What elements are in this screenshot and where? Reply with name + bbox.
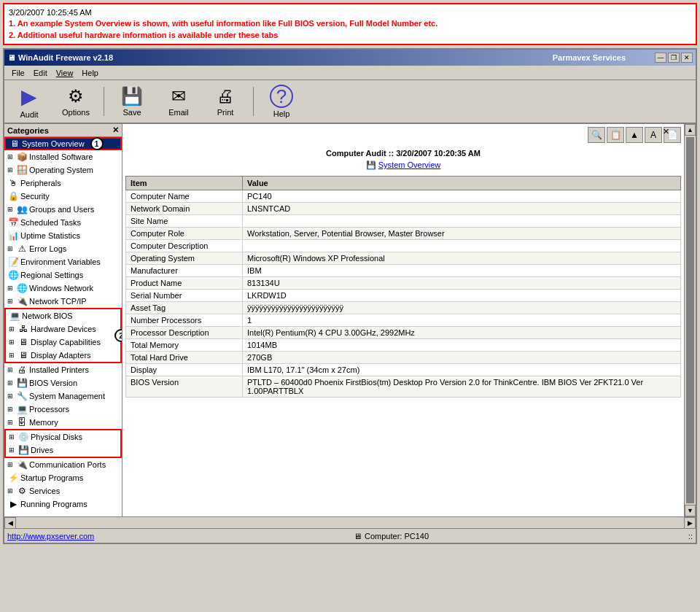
sidebar-item-security[interactable]: 🔒 Security <box>4 190 122 203</box>
bios-ver-icon: 💾 <box>16 378 28 388</box>
sidebar-item-label: Services <box>29 487 60 495</box>
expand-icon: ⊞ <box>7 298 15 305</box>
menu-help[interactable]: Help <box>77 68 103 78</box>
sidebar-item-installed-printers[interactable]: ⊞ 🖨 Installed Printers <box>4 363 122 376</box>
sidebar-item-windows-network[interactable]: ⊞ 🌐 Windows Network <box>4 282 122 295</box>
sidebar-item-label: BIOS Version <box>29 379 77 387</box>
sidebar-item-communication-ports[interactable]: ⊞ 🔌 Communication Ports <box>4 458 122 471</box>
table-cell-value: Workstation, Server, Potential Browser, … <box>243 228 681 240</box>
toolbar: ▶ Audit ⚙ Options 💾 Save ✉ Email 🖨 Print… <box>4 80 696 124</box>
sidebar-item-physical-disks[interactable]: ⊞ 💿 Physical Disks <box>6 430 120 443</box>
display-adapt-icon: 🖥 <box>18 350 29 360</box>
expand-icon: ⊞ <box>7 153 15 160</box>
copy-button[interactable]: 📋 <box>607 127 624 143</box>
email-button[interactable]: ✉ Email <box>157 82 201 120</box>
section-title[interactable]: System Overview <box>378 160 441 169</box>
error-icon: ⚠ <box>16 244 28 254</box>
sidebar-item-hardware-devices[interactable]: ⊞ 🖧 Hardware Devices <box>6 322 120 336</box>
table-cell-item: Display <box>126 364 243 376</box>
status-link[interactable]: http://www.pxserver.com <box>7 532 94 541</box>
close-button[interactable]: ✕ <box>681 53 693 63</box>
content-toolbar: 🔍 📋 ▲ A 📄 <box>125 127 681 143</box>
restore-button[interactable]: ❐ <box>668 53 680 63</box>
badge-2: 2 <box>114 329 122 342</box>
audit-button[interactable]: ▶ Audit <box>7 82 51 120</box>
sysmanage-icon: 🔧 <box>16 391 28 401</box>
sidebar-close-icon[interactable]: ✕ <box>112 125 119 135</box>
table-cell-item: Network Domain <box>126 203 243 215</box>
sidebar-item-running-programs[interactable]: ▶ Running Programs <box>4 497 122 511</box>
expand-icon: ⊞ <box>7 487 15 495</box>
help-button[interactable]: ? Help <box>260 82 303 120</box>
options-button[interactable]: ⚙ Options <box>54 82 98 120</box>
status-bar: http://www.pxserver.com 🖥 Computer: PC14… <box>4 528 696 543</box>
print-icon: 🖨 <box>217 86 234 106</box>
expand-icon: ⊞ <box>9 433 16 441</box>
sidebar-item-bios-version[interactable]: ⊞ 💾 BIOS Version <box>4 376 122 390</box>
table-cell-item: Number Processors <box>126 314 243 327</box>
sidebar-item-regional-settings[interactable]: 🌐 Regional Settings <box>4 268 122 282</box>
content-close[interactable]: ✕ <box>663 127 669 136</box>
save-button[interactable]: 💾 Save <box>110 82 154 120</box>
sidebar-item-processors[interactable]: ⊞ 💻 Processors <box>4 403 122 416</box>
display-cap-icon: 🖥 <box>18 337 29 347</box>
sidebar-item-display-capabilities[interactable]: ⊞ 🖥 Display Capabilities <box>6 336 120 349</box>
table-cell-item: Serial Number <box>126 290 243 302</box>
installed-software-icon: 📦 <box>16 152 28 162</box>
hscroll-right-button[interactable]: ▶ <box>684 517 696 529</box>
sidebar-item-services[interactable]: ⊞ ⚙ Services <box>4 484 122 497</box>
sidebar-item-network-bios[interactable]: 💻 Network BIOS <box>6 309 120 322</box>
badge-1: 1 <box>90 137 104 150</box>
section-icon: 💾 <box>366 160 378 169</box>
table-cell-value <box>243 240 681 252</box>
col-value-header: Value <box>243 177 681 190</box>
table-cell-value: ÿÿÿÿÿÿÿÿÿÿÿÿÿÿÿÿÿÿÿÿÿÿÿÿ <box>243 302 681 314</box>
sidebar-item-installed-software[interactable]: ⊞ 📦 Installed Software <box>4 150 122 163</box>
os-icon: 🪟 <box>16 165 28 175</box>
cpu-icon: 💻 <box>16 404 28 414</box>
menu-view[interactable]: View <box>52 68 78 78</box>
sidebar-item-label: Environment Variables <box>20 257 101 266</box>
scroll-up-button[interactable]: ▲ <box>685 124 696 136</box>
table-row: Network DomainLNSNTCAD <box>126 203 681 215</box>
sidebar-item-startup-programs[interactable]: ⚡ Startup Programs <box>4 471 122 484</box>
section-title-row: 💾 System Overview <box>125 160 681 170</box>
print-button[interactable]: 🖨 Print <box>203 82 247 120</box>
table-cell-item: Computer Description <box>126 240 243 252</box>
sidebar-item-error-logs[interactable]: ⊞ ⚠ Error Logs <box>4 242 122 255</box>
menu-file[interactable]: File <box>7 68 29 78</box>
services-icon: ⚙ <box>16 486 28 496</box>
table-row: Asset Tagÿÿÿÿÿÿÿÿÿÿÿÿÿÿÿÿÿÿÿÿÿÿÿÿ <box>126 302 681 314</box>
startup-icon: ⚡ <box>7 473 19 483</box>
sidebar-item-environment-variables[interactable]: 📝 Environment Variables <box>4 255 122 268</box>
sidebar-item-system-management[interactable]: ⊞ 🔧 System Management <box>4 390 122 403</box>
zoom-button[interactable]: 🔍 <box>588 127 605 143</box>
scroll-thumb[interactable] <box>686 137 694 503</box>
sidebar-item-uptime-statistics[interactable]: 📊 Uptime Statistics <box>4 229 122 242</box>
sidebar-item-groups-users[interactable]: ⊞ 👥 Groups and Users <box>4 203 122 216</box>
sidebar-item-peripherals[interactable]: 🖱 Peripherals <box>4 177 122 190</box>
hscroll-left-button[interactable]: ◀ <box>4 517 16 529</box>
sidebar-item-drives[interactable]: ⊞ 💾 Drives <box>6 443 120 457</box>
sidebar-item-scheduled-tasks[interactable]: 📅 Scheduled Tasks <box>4 216 122 229</box>
sidebar-item-display-adapters[interactable]: ⊞ 🖥 Display Adapters <box>6 349 120 362</box>
sidebar-item-memory[interactable]: ⊞ 🗄 Memory <box>4 416 122 429</box>
minimize-button[interactable]: — <box>655 53 666 63</box>
menu-edit[interactable]: Edit <box>29 68 52 78</box>
sidebar: Categories ✕ 🖥 System Overview 1 ⊞ 📦 Ins… <box>4 124 122 516</box>
table-cell-value: 813134U <box>243 277 681 290</box>
sidebar-item-network-tcpip[interactable]: ⊞ 🔌 Network TCP/IP <box>4 295 122 308</box>
scroll-down-button[interactable]: ▼ <box>685 505 696 516</box>
font-button[interactable]: A <box>645 127 662 143</box>
sidebar-item-system-overview[interactable]: 🖥 System Overview 1 <box>4 137 122 150</box>
table-cell-value: IBM L170, 17.1" (34cm x 27cm) <box>243 364 681 376</box>
expand-icon: ⊞ <box>9 338 16 346</box>
menu-bar: File Edit View Help <box>4 66 696 80</box>
table-cell-value: 1014MB <box>243 339 681 352</box>
annotation-note1: 1. An example System Overview is shown, … <box>9 18 691 29</box>
sidebar-item-operating-system[interactable]: ⊞ 🪟 Operating System <box>4 163 122 177</box>
drives-icon: 💾 <box>18 445 29 455</box>
sidebar-item-label: Startup Programs <box>20 473 83 482</box>
up-button[interactable]: ▲ <box>626 127 643 143</box>
company-name: Parmavex Services <box>553 53 626 62</box>
